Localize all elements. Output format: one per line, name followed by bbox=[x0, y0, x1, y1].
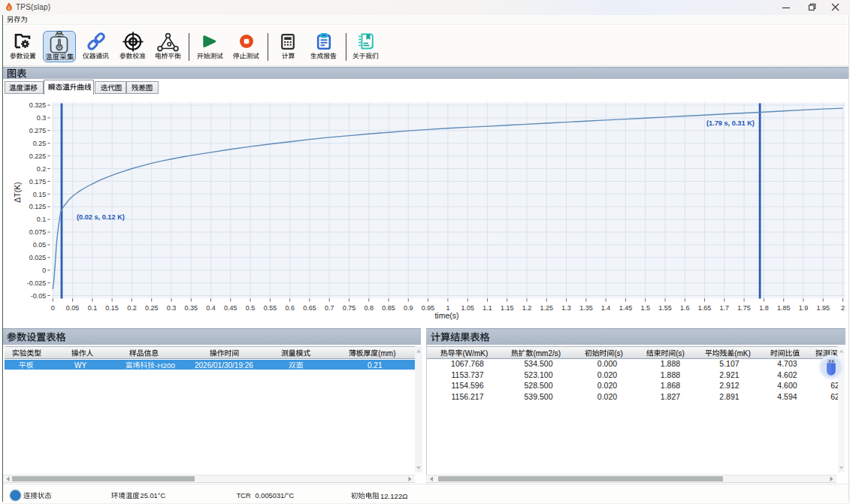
svg-text:0.125: 0.125 bbox=[29, 203, 47, 210]
svg-text:0.05: 0.05 bbox=[33, 241, 47, 249]
svg-text:0: 0 bbox=[166, 361, 171, 369]
svg-text:0.15: 0.15 bbox=[105, 304, 119, 312]
svg-text:1.3: 1.3 bbox=[561, 304, 571, 312]
svg-text:-: - bbox=[155, 361, 157, 369]
svg-text:-0.025: -0.025 bbox=[27, 279, 47, 287]
svg-text:1.25: 1.25 bbox=[540, 304, 554, 312]
svg-text:0: 0 bbox=[51, 304, 55, 312]
svg-text:0.1: 0.1 bbox=[37, 216, 47, 223]
svg-text:1.95: 1.95 bbox=[816, 304, 830, 312]
svg-text:m: m bbox=[542, 349, 548, 357]
svg-text:m: m bbox=[474, 349, 480, 357]
svg-text:2: 2 bbox=[841, 304, 845, 312]
svg-text:0.1: 0.1 bbox=[88, 304, 98, 312]
svg-text:(0.02 s, 0.12 K): (0.02 s, 0.12 K) bbox=[77, 213, 125, 221]
svg-text:1.75: 1.75 bbox=[737, 304, 751, 312]
svg-text:0.25: 0.25 bbox=[33, 140, 47, 147]
svg-text:0.8: 0.8 bbox=[365, 304, 374, 312]
svg-text:1.35: 1.35 bbox=[579, 304, 593, 312]
svg-text:0.3: 0.3 bbox=[167, 304, 177, 312]
svg-text:s: s bbox=[679, 349, 682, 357]
svg-text:0.55: 0.55 bbox=[264, 304, 277, 312]
svg-text:m: m bbox=[737, 349, 743, 357]
svg-text:0.075: 0.075 bbox=[29, 228, 47, 236]
svg-text:0.6: 0.6 bbox=[285, 304, 295, 312]
svg-text:0.7: 0.7 bbox=[325, 304, 334, 312]
svg-text:0.05: 0.05 bbox=[66, 304, 80, 312]
svg-text:): ) bbox=[393, 349, 395, 357]
svg-text:1.15: 1.15 bbox=[501, 304, 514, 312]
svg-text:): ) bbox=[682, 349, 685, 357]
svg-text:W: W bbox=[465, 349, 473, 357]
svg-text:m: m bbox=[387, 349, 393, 357]
svg-text:0: 0 bbox=[42, 267, 46, 274]
svg-text:0.4: 0.4 bbox=[206, 304, 216, 312]
svg-text:1.8: 1.8 bbox=[759, 304, 769, 312]
svg-text:K: K bbox=[743, 349, 748, 357]
svg-text:/: / bbox=[472, 349, 474, 357]
svg-text:s: s bbox=[616, 349, 620, 357]
svg-text:0.85: 0.85 bbox=[382, 304, 395, 312]
svg-text:/: / bbox=[552, 349, 555, 357]
svg-text:0.45: 0.45 bbox=[224, 304, 237, 312]
svg-text:0.5: 0.5 bbox=[246, 304, 256, 312]
svg-text:time(s): time(s) bbox=[434, 311, 458, 320]
svg-text:1.85: 1.85 bbox=[777, 304, 791, 312]
svg-text:0.3: 0.3 bbox=[37, 114, 47, 122]
svg-text:0.75: 0.75 bbox=[343, 304, 356, 312]
svg-text:1.4: 1.4 bbox=[601, 304, 611, 312]
svg-text:1.45: 1.45 bbox=[619, 304, 633, 312]
svg-text:1.65: 1.65 bbox=[698, 304, 712, 312]
svg-text:(1.79 s, 0.31 K): (1.79 s, 0.31 K) bbox=[706, 119, 755, 127]
svg-text:s: s bbox=[555, 349, 558, 357]
svg-text:0.25: 0.25 bbox=[145, 304, 159, 312]
svg-text:0.275: 0.275 bbox=[29, 127, 47, 134]
svg-text:0.2: 0.2 bbox=[127, 304, 137, 312]
svg-text:2: 2 bbox=[162, 361, 166, 369]
svg-text:): ) bbox=[558, 349, 561, 357]
svg-text:1.55: 1.55 bbox=[658, 304, 672, 312]
svg-text:): ) bbox=[620, 349, 622, 357]
svg-text:1.05: 1.05 bbox=[461, 304, 474, 312]
svg-text:): ) bbox=[485, 349, 488, 357]
svg-text:0.9: 0.9 bbox=[404, 304, 413, 312]
svg-text:0.15: 0.15 bbox=[33, 191, 47, 198]
svg-text:0: 0 bbox=[171, 361, 175, 369]
svg-text:1.6: 1.6 bbox=[680, 304, 690, 312]
svg-text:0.325: 0.325 bbox=[29, 101, 47, 109]
svg-text:0.2: 0.2 bbox=[37, 165, 47, 173]
svg-text:1.5: 1.5 bbox=[640, 304, 650, 312]
svg-text:1.7: 1.7 bbox=[720, 304, 730, 312]
svg-text:0.95: 0.95 bbox=[422, 304, 435, 312]
svg-text:m: m bbox=[380, 349, 386, 357]
svg-text:m: m bbox=[536, 349, 542, 357]
svg-text:ΔT(K): ΔT(K) bbox=[13, 182, 22, 202]
svg-text:1.1: 1.1 bbox=[482, 304, 492, 312]
svg-text:0.35: 0.35 bbox=[185, 304, 198, 312]
svg-text:0.225: 0.225 bbox=[29, 152, 47, 160]
svg-text:0.175: 0.175 bbox=[29, 178, 47, 186]
svg-text:K: K bbox=[481, 349, 486, 357]
svg-text:1.2: 1.2 bbox=[522, 304, 532, 312]
svg-text:0.025: 0.025 bbox=[29, 254, 47, 261]
svg-text:H: H bbox=[157, 361, 162, 369]
svg-text:2: 2 bbox=[548, 349, 552, 357]
svg-text:): ) bbox=[748, 349, 750, 357]
svg-text:-0.05: -0.05 bbox=[31, 292, 47, 300]
svg-text:1.9: 1.9 bbox=[799, 304, 809, 312]
svg-text:0.65: 0.65 bbox=[303, 304, 316, 312]
